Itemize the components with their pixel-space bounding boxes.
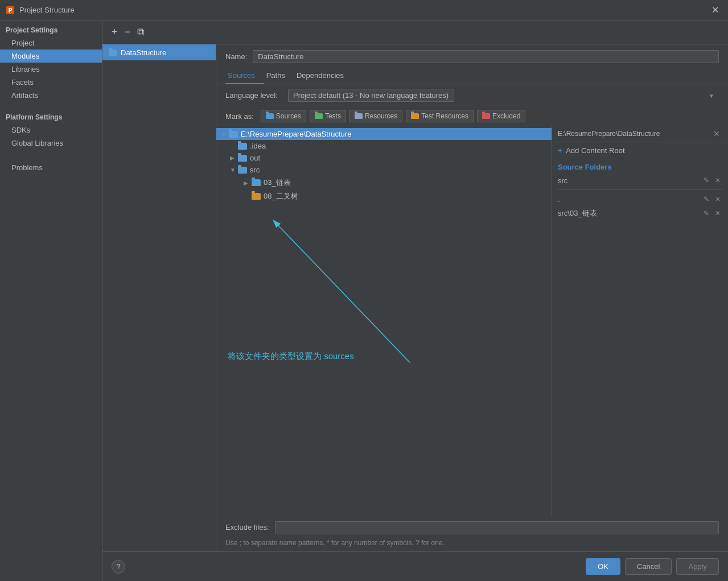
detail-panel: Name: Sources Paths Dependencies [216,44,728,551]
name-label: Name: [225,52,247,61]
sidebar-item-problems[interactable]: Problems [0,161,102,174]
exclude-hint: Use ; to separate name patterns, * for a… [216,537,728,551]
ok-button[interactable]: OK [586,558,620,575]
source-folders-title: Source Folders [552,158,728,174]
edit-chain-button[interactable]: ✎ [702,209,711,218]
language-level-select[interactable]: Project default (13 - No new language fe… [288,89,454,102]
tree-chain[interactable]: ▶ 03_链表 [216,176,552,189]
content-area: + − ⧉ DataStructure Name: [102,20,728,581]
tree-chain-arrow: ▶ [244,180,252,186]
mark-excluded-label: Excluded [492,112,520,120]
language-level-label: Language level: [225,91,282,100]
source-folder-chain: src\03_链表 ✎ ✕ [552,206,728,221]
tab-dependencies[interactable]: Dependencies [294,68,353,84]
tree-out[interactable]: ▶ out [216,152,552,164]
tree-root-label: E:\ResumePrepare\DataStructure [241,130,351,138]
sidebar-item-facets[interactable]: Facets [0,76,102,89]
tree-src-folder-icon [238,167,247,174]
remove-dot-button[interactable]: ✕ [713,195,722,204]
source-side-panel: E:\ResumePrepare\DataStructure ✕ + Add C… [552,126,728,516]
tree-idea[interactable]: .idea [216,140,552,152]
source-folder-src: src ✎ ✕ [552,174,728,187]
source-folder-src-actions: ✎ ✕ [702,176,722,185]
mark-as-row: Mark as: Sources Tests Resources [216,106,728,126]
mark-resources-button[interactable]: Resources [349,110,402,122]
mark-test-resources-label: Test Resources [421,112,468,120]
module-item-datastructure[interactable]: DataStructure [102,44,216,60]
source-folder-dot-actions: ✎ ✕ [702,195,722,204]
apply-button[interactable]: Apply [676,558,719,575]
cancel-button[interactable]: Cancel [625,558,672,575]
divider-1 [558,189,722,190]
exclude-files-input[interactable] [275,521,719,534]
mark-tests-label: Tests [325,112,341,120]
sidebar-item-artifacts[interactable]: Artifacts [0,89,102,102]
platform-settings-label: Platform Settings [0,108,102,123]
module-item-label: DataStructure [121,48,166,57]
tree-src-arrow: ▼ [230,167,238,173]
source-folder-chain-path: src\03_链表 [558,208,702,219]
annotation-arrow-svg [216,203,552,402]
app-icon: P [6,6,15,15]
language-level-row: Language level: Project default (13 - No… [216,84,728,106]
module-folder-icon [108,48,117,57]
remove-button[interactable]: − [121,25,134,39]
mark-resources-label: Resources [365,112,397,120]
tree-binary[interactable]: 08_二叉树 [216,189,552,203]
mark-sources-button[interactable]: Sources [261,110,306,122]
side-panel-header: E:\ResumePrepare\DataStructure ✕ [552,126,728,142]
tree-src[interactable]: ▼ src [216,164,552,176]
tree-root-arrow: ▼ [221,131,229,137]
side-panel-close-icon[interactable]: ✕ [711,129,722,138]
name-row: Name: [216,44,728,68]
side-panel-path: E:\ResumePrepare\DataStructure [558,130,711,138]
sources-folder-icon [266,113,274,119]
edit-dot-button[interactable]: ✎ [702,195,711,204]
add-button[interactable]: + [108,25,121,39]
tab-paths[interactable]: Paths [264,68,294,84]
tabs-row: Sources Paths Dependencies [216,68,728,84]
sidebar-item-project[interactable]: Project [0,36,102,50]
exclude-files-row: Exclude files: [216,516,728,537]
tree-root[interactable]: ▼ E:\ResumePrepare\DataStructure [216,128,552,140]
close-icon[interactable]: ✕ [708,3,722,17]
tree-chain-label: 03_链表 [264,178,291,188]
title-bar: P Project Structure ✕ [0,0,728,20]
svg-text:P: P [9,7,13,14]
remove-src-button[interactable]: ✕ [713,176,722,185]
name-input[interactable] [253,50,719,63]
mark-tests-button[interactable]: Tests [310,110,346,122]
add-content-root-button[interactable]: + Add Content Root [552,142,728,158]
source-folder-dot: . ✎ ✕ [552,192,728,206]
source-folder-chain-actions: ✎ ✕ [702,209,722,218]
source-folder-dot-path: . [558,195,702,204]
tree-out-arrow: ▶ [230,155,238,161]
bottom-bar: ? OK Cancel Apply [102,551,728,581]
sidebar-item-modules[interactable]: Modules [0,50,102,63]
tests-folder-icon [315,113,323,119]
project-settings-label: Project Settings [0,20,102,36]
tree-idea-label: .idea [250,142,266,150]
file-tree: ▼ E:\ResumePrepare\DataStructure .idea [216,126,552,516]
sidebar-item-sdks[interactable]: SDKs [0,123,102,137]
tree-out-label: out [250,154,260,162]
middle-area: DataStructure Name: Sources Paths [102,44,728,551]
sidebar-item-libraries[interactable]: Libraries [0,63,102,76]
copy-button[interactable]: ⧉ [134,25,148,39]
module-list: DataStructure [102,44,216,551]
plus-icon: + [558,146,562,155]
tree-out-folder-icon [238,155,247,162]
mark-test-resources-button[interactable]: Test Resources [406,110,474,122]
mark-sources-label: Sources [276,112,301,120]
help-button[interactable]: ? [112,560,125,574]
exclude-files-label: Exclude files: [225,521,269,531]
sidebar-item-global-libraries[interactable]: Global Libraries [0,137,102,150]
remove-chain-button[interactable]: ✕ [713,209,722,218]
edit-src-button[interactable]: ✎ [702,176,711,185]
excluded-folder-icon [482,113,490,119]
svg-line-3 [273,220,410,362]
mark-excluded-button[interactable]: Excluded [477,110,525,122]
tree-root-folder-icon [229,131,238,138]
test-resources-folder-icon [411,113,419,119]
tab-sources[interactable]: Sources [225,68,264,84]
